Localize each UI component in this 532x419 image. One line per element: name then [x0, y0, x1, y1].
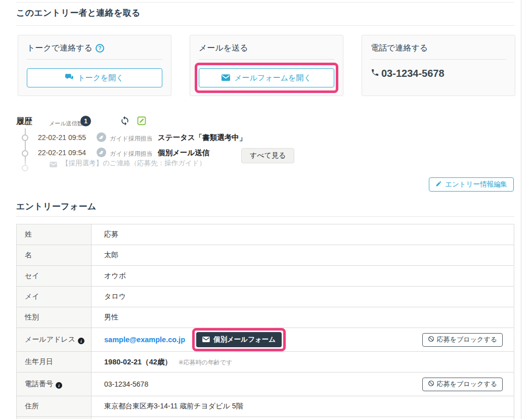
- phone-card-title-label: 電話で連絡する: [371, 43, 428, 54]
- open-mail-form-button[interactable]: メールフォームを開く: [199, 68, 334, 87]
- table-row-phone: 電話番号 03-1234-5678 応募をブロックする: [17, 373, 514, 396]
- divider: [16, 216, 514, 217]
- table-row: 性別 男性: [17, 307, 514, 328]
- row-label: 生年月日: [17, 352, 92, 373]
- row-label: メイ: [17, 287, 92, 307]
- edit-entry-button-label: エントリー情報編集: [445, 180, 507, 189]
- divider: [199, 59, 334, 60]
- phone-card-title: 電話で連絡する: [371, 42, 506, 54]
- pink-highlight-box: 個別メールフォーム: [192, 328, 286, 351]
- table-row: 姓 応募: [17, 224, 514, 245]
- help-icon[interactable]: [96, 44, 104, 53]
- mail-count-badge: 1: [80, 116, 91, 126]
- phone-card: 電話で連絡する 03-1234-5678: [362, 35, 515, 96]
- history-entry-actor: ガイド採用担当: [110, 134, 153, 143]
- birthdate-value: 1980-02-21（42歳）: [104, 358, 172, 366]
- open-mail-form-button-label: メールフォームを開く: [234, 73, 311, 83]
- talk-card-title: トークで連絡する: [27, 42, 162, 54]
- row-value: オウボ: [92, 266, 514, 287]
- see-all-button[interactable]: すべて見る: [241, 148, 294, 163]
- row-label: 姓: [17, 224, 92, 245]
- row-label: 名: [17, 245, 92, 266]
- open-talk-button[interactable]: トークを開く: [27, 68, 162, 87]
- panel-right-border: [521, 0, 521, 419]
- timeline-dot: [22, 134, 28, 141]
- history-entry-actor: ガイド採用担当: [110, 150, 153, 158]
- timeline-dot: [22, 150, 28, 157]
- table-row-birthdate: 生年月日 1980-02-21（42歳） ※応募時の年齢です: [17, 352, 514, 373]
- individual-mail-form-button-label: 個別メールフォーム: [213, 335, 276, 344]
- edit-note-icon[interactable]: [137, 116, 147, 128]
- row-value: 男性: [92, 307, 514, 328]
- info-icon[interactable]: [78, 338, 84, 344]
- phone-number-line: 03-1234-5678: [371, 68, 506, 79]
- block-icon: [428, 336, 434, 344]
- block-icon: [428, 380, 434, 388]
- divider: [16, 25, 514, 26]
- entry-form-table: 姓 応募 名 太郎 セイ オウボ メイ タロウ 性別 男性 メールアドレス sa…: [16, 224, 514, 419]
- table-row: 名 太郎: [17, 245, 514, 266]
- mail-card: メールを送る メールフォームを開く: [190, 35, 343, 96]
- table-row-email: メールアドレス sample@example.co.jp 個別メールフォーム 応…: [17, 328, 514, 352]
- history-entry-time: 22-02-21 09:54: [38, 149, 86, 157]
- info-icon[interactable]: [56, 382, 62, 389]
- table-row: 住所 東京都台東区寿3-14-11 蔵前チヨダビル 5階: [17, 396, 514, 417]
- row-label: メールアドレス: [17, 328, 92, 352]
- age-note: ※応募時の年齢です: [179, 359, 233, 366]
- avatar: [97, 132, 106, 142]
- table-row: セイ オウボ: [17, 266, 514, 287]
- row-value: タロウ: [92, 287, 514, 307]
- panel-top-border: [16, 2, 514, 3]
- phone-number: 03-1234-5678: [381, 68, 445, 79]
- block-application-button[interactable]: 応募をブロックする: [422, 378, 503, 391]
- table-row: メイ タロウ: [17, 287, 514, 307]
- mail-card-title-label: メールを送る: [199, 43, 248, 54]
- row-label: 電話番号: [17, 373, 92, 396]
- talk-card-title-label: トークで連絡する: [27, 43, 93, 54]
- edit-entry-button[interactable]: エントリー情報編集: [429, 177, 514, 192]
- entry-form-title: エントリーフォーム: [16, 201, 97, 212]
- row-value: 応募: [92, 224, 514, 245]
- pencil-icon: [435, 180, 442, 189]
- history-entry-time: 22-02-21 09:55: [38, 133, 86, 142]
- phone-icon: [371, 68, 379, 79]
- timeline-dot: [22, 165, 28, 171]
- phone-value: 03-1234-5678: [104, 380, 148, 388]
- talk-card: トークで連絡する トークを開く: [18, 35, 171, 96]
- history-entry-action: ステータス「書類選考中」: [158, 133, 246, 143]
- history-entry-action: 個別メール送信: [158, 148, 209, 158]
- pink-highlight-box: メールフォームを開く: [195, 63, 338, 93]
- envelope-icon: [221, 74, 230, 82]
- row-label: 住所: [17, 396, 92, 417]
- chat-icon: [65, 74, 73, 82]
- mail-card-title: メールを送る: [199, 42, 334, 54]
- divider: [27, 59, 162, 60]
- avatar: [97, 148, 106, 157]
- mail-count-label: メール送信数: [49, 120, 83, 127]
- block-application-button-label: 応募をブロックする: [437, 335, 497, 344]
- open-talk-button-label: トークを開く: [77, 73, 123, 83]
- table-row-cutoff: [17, 417, 514, 419]
- envelope-icon: [50, 160, 57, 169]
- history-entry-detail: 【採用選考】のご連絡（応募先：操作ガイド）: [62, 159, 206, 168]
- history-title: 履歴: [16, 116, 32, 127]
- contact-section-title: このエントリー者と連絡を取る: [16, 7, 141, 19]
- divider: [371, 59, 506, 60]
- individual-mail-form-button[interactable]: 個別メールフォーム: [196, 332, 282, 347]
- email-link[interactable]: sample@example.co.jp: [104, 336, 185, 344]
- row-label: セイ: [17, 266, 92, 287]
- envelope-icon: [202, 336, 210, 344]
- contact-cards: トークで連絡する トークを開く メールを送る メールフォームを開く 電話で連絡す…: [18, 35, 515, 96]
- block-application-button[interactable]: 応募をブロックする: [422, 333, 503, 347]
- refresh-icon[interactable]: [120, 116, 130, 128]
- row-value: 太郎: [92, 245, 514, 266]
- row-label: 性別: [17, 307, 92, 328]
- row-value: 東京都台東区寿3-14-11 蔵前チヨダビル 5階: [92, 396, 514, 417]
- block-application-button-label: 応募をブロックする: [437, 380, 497, 389]
